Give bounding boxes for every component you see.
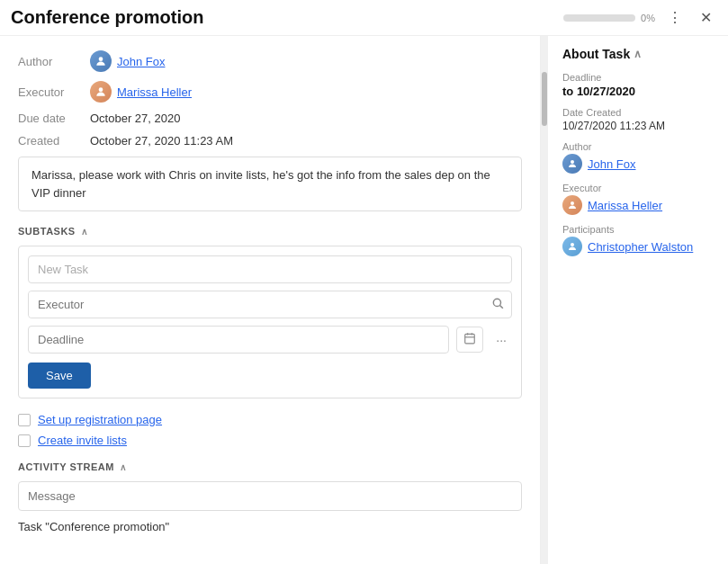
- svg-point-0: [99, 57, 103, 61]
- subtasks-header: SUBTASKS ∧: [18, 226, 522, 237]
- subtasks-box: ··· Save: [18, 246, 522, 398]
- executor-avatar: [90, 81, 112, 103]
- menu-button[interactable]: ⋮: [662, 7, 688, 28]
- app-header: Conference promotion 0% ⋮ ✕: [0, 0, 728, 36]
- right-participant-avatar: [562, 237, 582, 256]
- right-deadline-label: Deadline: [562, 72, 714, 83]
- description-text: Marissa, please work with Chris on invit…: [31, 168, 490, 200]
- right-date-created-value: 10/27/2020 11:23 AM: [562, 120, 714, 132]
- subtask-executor-input[interactable]: [29, 291, 484, 318]
- svg-rect-4: [465, 334, 475, 344]
- due-date-label: Due date: [18, 112, 90, 125]
- svg-point-9: [571, 201, 574, 205]
- due-date-row: Due date October 27, 2020: [18, 112, 522, 125]
- deadline-input[interactable]: [28, 326, 449, 354]
- created-row: Created October 27, 2020 11:23 AM: [18, 134, 522, 148]
- page-title: Conference promotion: [11, 7, 563, 28]
- deadline-row: ···: [28, 326, 512, 354]
- new-task-input[interactable]: [28, 255, 512, 283]
- right-author-avatar: [562, 154, 582, 174]
- activity-section: ACTIVITY STREAM ∧ Task "Conference promo…: [18, 461, 522, 533]
- description-box: Marissa, please work with Chris on invit…: [18, 157, 522, 211]
- subtasks-chevron[interactable]: ∧: [81, 227, 88, 237]
- right-date-created-label: Date Created: [562, 107, 714, 118]
- author-link[interactable]: John Fox: [90, 50, 165, 72]
- header-controls: 0% ⋮ ✕: [563, 7, 717, 28]
- right-author-name: John Fox: [588, 157, 635, 171]
- activity-label: ACTIVITY STREAM: [18, 461, 114, 472]
- right-participants-label: Participants: [562, 224, 714, 235]
- right-executor-link[interactable]: Marissa Heller: [562, 195, 714, 215]
- calendar-button[interactable]: [456, 327, 483, 353]
- subtasks-label: SUBTASKS: [18, 226, 76, 237]
- created-value: October 27, 2020 11:23 AM: [90, 134, 233, 148]
- progress-bar: [563, 14, 635, 22]
- right-participant-name: Christopher Walston: [588, 240, 693, 254]
- message-input[interactable]: [18, 481, 522, 511]
- right-executor-name: Marissa Heller: [588, 199, 662, 212]
- right-panel-title: About Task ∧: [562, 47, 714, 61]
- right-deadline-value: to 10/27/2020: [562, 85, 714, 98]
- save-button[interactable]: Save: [28, 363, 91, 389]
- subtask-link-2[interactable]: Create invite lists: [38, 434, 127, 447]
- right-author-link[interactable]: John Fox: [562, 154, 714, 174]
- activity-header: ACTIVITY STREAM ∧: [18, 461, 522, 472]
- right-executor-label: Executor: [562, 183, 714, 193]
- executor-label: Executor: [18, 85, 90, 99]
- main-layout: Author John Fox Executor Marissa Heller …: [0, 36, 728, 564]
- svg-point-8: [571, 160, 574, 164]
- close-button[interactable]: ✕: [695, 7, 717, 28]
- progress-wrapper: 0%: [563, 13, 655, 23]
- subtask-item: Set up registration page: [18, 413, 522, 426]
- right-panel: About Task ∧ Deadline to 10/27/2020 Date…: [548, 36, 728, 564]
- executor-name: Marissa Heller: [117, 85, 192, 99]
- right-executor-avatar: [562, 195, 582, 215]
- svg-point-2: [493, 299, 500, 306]
- author-name: John Fox: [117, 55, 165, 68]
- more-options-button[interactable]: ···: [490, 329, 512, 351]
- scrollbar[interactable]: [541, 36, 548, 564]
- svg-line-3: [500, 306, 503, 309]
- executor-row: Executor Marissa Heller: [18, 81, 522, 103]
- subtask-item-2: Create invite lists: [18, 434, 522, 447]
- executor-input-row: [28, 291, 512, 318]
- svg-point-10: [571, 243, 574, 246]
- progress-label: 0%: [641, 13, 655, 23]
- activity-log: Task "Conference promotion": [18, 520, 522, 533]
- executor-search-button[interactable]: [484, 291, 511, 318]
- subtask-checkbox-1[interactable]: [18, 414, 31, 426]
- due-date-value: October 27, 2020: [90, 112, 180, 125]
- author-label: Author: [18, 55, 90, 68]
- left-panel: Author John Fox Executor Marissa Heller …: [0, 36, 541, 564]
- subtask-list: Set up registration page Create invite l…: [18, 413, 522, 447]
- right-participant-link[interactable]: Christopher Walston: [562, 237, 714, 256]
- subtask-checkbox-2[interactable]: [18, 434, 31, 447]
- activity-chevron[interactable]: ∧: [120, 462, 127, 472]
- svg-point-1: [99, 87, 103, 92]
- created-label: Created: [18, 134, 90, 148]
- right-author-label: Author: [562, 141, 714, 152]
- subtask-link-1[interactable]: Set up registration page: [38, 413, 162, 426]
- right-panel-chevron[interactable]: ∧: [634, 48, 642, 60]
- executor-link[interactable]: Marissa Heller: [90, 81, 192, 103]
- author-row: Author John Fox: [18, 50, 522, 72]
- author-avatar: [90, 50, 112, 72]
